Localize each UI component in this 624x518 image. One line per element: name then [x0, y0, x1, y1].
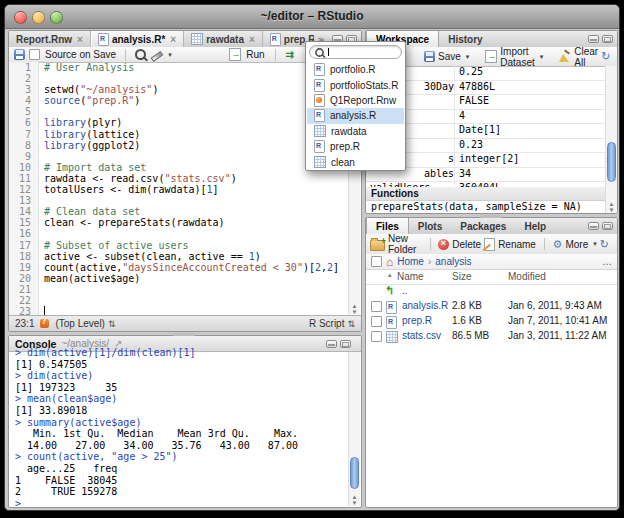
- save-icon[interactable]: [14, 49, 25, 60]
- minimize-pane-icon[interactable]: [588, 222, 599, 230]
- line-number: 11: [9, 173, 39, 184]
- save-workspace-icon[interactable]: [424, 51, 435, 62]
- new-folder-button[interactable]: New Folder: [388, 233, 422, 255]
- editor-scroll-arrows[interactable]: ▲▼: [349, 303, 360, 315]
- r-file-icon: [314, 140, 325, 153]
- new-folder-icon[interactable]: [370, 240, 385, 251]
- popup-search-input[interactable]: [309, 45, 402, 59]
- popup-item-portfolio-r[interactable]: portfolio.R: [307, 62, 404, 77]
- file-name-link[interactable]: stats.csv: [402, 330, 441, 341]
- tab-packages[interactable]: Packages: [451, 218, 515, 234]
- line-number: 22: [9, 295, 39, 306]
- editor-tab-rawdata[interactable]: rawdata×: [184, 31, 263, 47]
- sort-ascending-icon[interactable]: ▴: [388, 271, 392, 279]
- delete-icon[interactable]: [438, 239, 449, 250]
- file-row[interactable]: stats.csv86.5 MBJan 3, 2011, 11:22 AM: [366, 329, 617, 344]
- refresh-icon[interactable]: ↻: [600, 239, 609, 250]
- breadcrumb-folder[interactable]: analysis: [435, 256, 471, 267]
- file-row[interactable]: prep.R1.6 KBJan 7, 2011, 10:41 AM: [366, 314, 617, 329]
- save-dropdown-icon[interactable]: ▾: [466, 53, 470, 61]
- console-scroll-thumb[interactable]: [350, 457, 359, 489]
- code-line: 6library(plyr): [9, 117, 349, 128]
- search-icon[interactable]: [135, 49, 146, 60]
- code-editor[interactable]: 1# User Analysis23setwd("~/analysis")4so…: [9, 62, 349, 315]
- file-checkbox[interactable]: [371, 331, 382, 342]
- minimize-pane-icon[interactable]: [588, 35, 599, 43]
- code-line: 21: [9, 284, 349, 295]
- breadcrumb-home[interactable]: Home: [397, 256, 424, 267]
- file-name[interactable]: ..: [402, 285, 408, 296]
- popup-item-prep-r[interactable]: prep.R: [307, 139, 404, 154]
- code-tools-wand-icon[interactable]: [150, 49, 162, 61]
- code-line: 23: [9, 306, 349, 315]
- popup-item-q1report-rnw[interactable]: Q1Report.Rnw: [307, 93, 404, 108]
- files-toolbar: New Folder Delete Rename ⚙ More ▾ ↻: [366, 234, 617, 255]
- file-type-selector[interactable]: R Script⇅: [309, 318, 355, 329]
- workspace-scroll-arrows[interactable]: ▲▼: [606, 201, 617, 213]
- import-dropdown-icon[interactable]: ▾: [540, 53, 544, 61]
- tab-help[interactable]: Help: [515, 218, 555, 234]
- open-files-popup: portfolio.RportfolioStats.RQ1Report.Rnwa…: [305, 41, 406, 171]
- breadcrumb-more-icon[interactable]: …: [602, 256, 612, 267]
- clear-all-button[interactable]: Clear All: [574, 46, 598, 68]
- more-button[interactable]: More: [565, 239, 588, 250]
- line-number: 6: [9, 117, 39, 128]
- tab-files[interactable]: Files: [366, 218, 409, 234]
- line-number: 20: [9, 273, 39, 284]
- file-row[interactable]: analysis.R2.8 KBJan 6, 2011, 9:43 AM: [366, 299, 617, 314]
- maximize-pane-icon[interactable]: [602, 35, 613, 43]
- delete-button[interactable]: Delete: [452, 239, 481, 250]
- rename-button[interactable]: Rename: [498, 239, 536, 250]
- console-output[interactable]: > dim(active)[1]/dim(clean)[1][1] 0.5475…: [9, 347, 349, 507]
- run-button[interactable]: Run: [246, 49, 264, 60]
- column-name[interactable]: Name: [397, 271, 424, 282]
- more-dropdown-icon[interactable]: ▾: [593, 240, 597, 248]
- console-scroll-arrows[interactable]: ▲▼: [349, 494, 360, 506]
- clear-all-broom-icon[interactable]: [559, 51, 571, 63]
- horizontal-splitter[interactable]: [173, 333, 195, 336]
- tab-plots[interactable]: Plots: [409, 218, 451, 234]
- wand-dropdown-icon[interactable]: ▾: [168, 51, 172, 59]
- popup-item-rawdata[interactable]: rawdata: [307, 124, 404, 139]
- file-checkbox[interactable]: [371, 301, 382, 312]
- source-on-save-checkbox[interactable]: [29, 49, 40, 60]
- console-scrollbar[interactable]: ▲▼: [348, 352, 360, 506]
- close-icon[interactable]: ×: [249, 34, 255, 45]
- table-file-icon: [386, 331, 398, 343]
- search-icon: [315, 48, 324, 57]
- console-line: 14.00 27.00 34.00 35.76 43.00 87.00: [15, 440, 349, 452]
- popup-item-analysis-r[interactable]: analysis.R: [307, 108, 404, 123]
- scope-selector[interactable]: (Top Level)⇅: [55, 318, 115, 329]
- column-modified[interactable]: Modified: [508, 271, 546, 282]
- save-button[interactable]: Save: [438, 51, 461, 62]
- run-icon[interactable]: [229, 48, 241, 61]
- horizontal-splitter[interactable]: [480, 215, 502, 218]
- file-name-link[interactable]: analysis.R: [402, 300, 448, 311]
- popup-item-portfoliostats-r[interactable]: portfolioStats.R: [307, 77, 404, 92]
- close-icon[interactable]: ×: [170, 34, 176, 45]
- import-dataset-icon[interactable]: [485, 50, 497, 63]
- file-row[interactable]: ↰..: [366, 284, 617, 299]
- refresh-icon[interactable]: ↻: [601, 51, 610, 62]
- select-all-checkbox[interactable]: [371, 256, 382, 267]
- code-line: 5: [9, 106, 349, 117]
- editor-tab-report-rnw[interactable]: Report.Rnw×: [9, 31, 91, 47]
- gear-icon[interactable]: ⚙: [553, 239, 563, 250]
- editor-tab-analysis-r[interactable]: analysis.R*×: [91, 31, 184, 47]
- column-size[interactable]: Size: [452, 271, 471, 282]
- titlebar[interactable]: ~/editor – RStudio: [5, 5, 619, 29]
- import-dataset-button[interactable]: Import Dataset: [500, 46, 534, 68]
- up-directory-icon[interactable]: ↰: [385, 285, 394, 295]
- file-name-link[interactable]: prep.R: [402, 315, 432, 326]
- function-signature[interactable]: prepareStats(data, sampleSize = NA): [366, 201, 617, 212]
- rename-icon[interactable]: [484, 238, 495, 251]
- home-icon[interactable]: ⌂: [386, 257, 393, 267]
- maximize-pane-icon[interactable]: [602, 222, 613, 230]
- rerun-icon[interactable]: ⇉: [286, 49, 294, 60]
- popup-item-clean[interactable]: clean: [307, 154, 404, 169]
- file-checkbox[interactable]: [371, 316, 382, 327]
- workspace-scroll-thumb[interactable]: [607, 142, 616, 182]
- workspace-scrollbar[interactable]: ▲▼: [605, 66, 617, 213]
- tab-history[interactable]: History: [439, 31, 491, 47]
- close-icon[interactable]: ×: [77, 34, 83, 45]
